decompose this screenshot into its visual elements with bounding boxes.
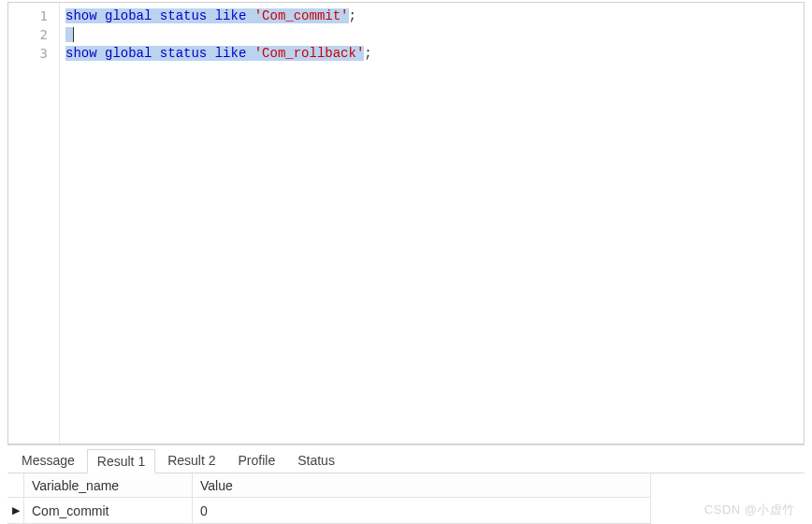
tab-status[interactable]: Status xyxy=(287,448,345,473)
sql-editor[interactable]: 123 show global status like 'Com_commit'… xyxy=(7,2,805,444)
cell[interactable]: 0 xyxy=(193,498,651,524)
table-row[interactable]: ▶Com_commit0 xyxy=(7,498,805,524)
caret xyxy=(73,27,74,42)
row-indicator-header xyxy=(7,473,24,498)
results-panel: MessageResult 1Result 2ProfileStatus Var… xyxy=(7,444,805,524)
line-number: 1 xyxy=(8,7,59,25)
row-indicator-icon: ▶ xyxy=(7,498,24,524)
grid-body: ▶Com_commit0 xyxy=(7,498,805,524)
code-line[interactable]: show global status like 'Com_rollback'; xyxy=(65,44,798,63)
tab-profile[interactable]: Profile xyxy=(228,448,286,473)
code-line[interactable] xyxy=(65,25,798,44)
line-number: 3 xyxy=(8,44,59,63)
cell[interactable]: Com_commit xyxy=(24,498,193,524)
column-header[interactable]: Value xyxy=(193,473,651,498)
code-line[interactable]: show global status like 'Com_commit'; xyxy=(65,7,798,25)
tab-result-2[interactable]: Result 2 xyxy=(157,448,225,473)
tab-result-1[interactable]: Result 1 xyxy=(87,449,155,473)
grid-header-row: Variable_nameValue xyxy=(7,473,805,498)
tab-message[interactable]: Message xyxy=(11,448,85,473)
line-number: 2 xyxy=(8,25,59,44)
watermark: CSDN @小虚竹 xyxy=(704,502,795,518)
code-content[interactable]: show global status like 'Com_commit'; sh… xyxy=(60,3,804,444)
column-header[interactable]: Variable_name xyxy=(24,473,193,498)
result-tabs: MessageResult 1Result 2ProfileStatus xyxy=(7,445,805,473)
line-number-gutter: 123 xyxy=(8,3,60,444)
result-grid[interactable]: Variable_nameValue ▶Com_commit0 xyxy=(7,473,805,524)
